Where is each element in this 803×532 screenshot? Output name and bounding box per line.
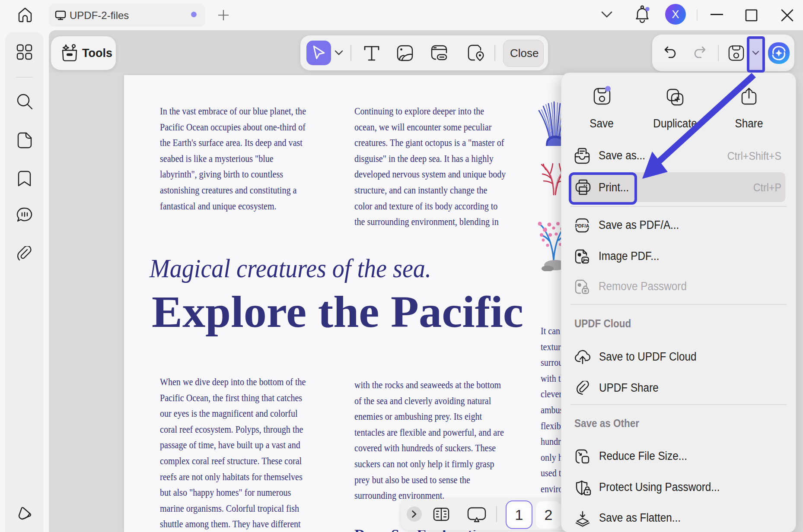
svg-text:PDF/A: PDF/A xyxy=(575,223,590,228)
